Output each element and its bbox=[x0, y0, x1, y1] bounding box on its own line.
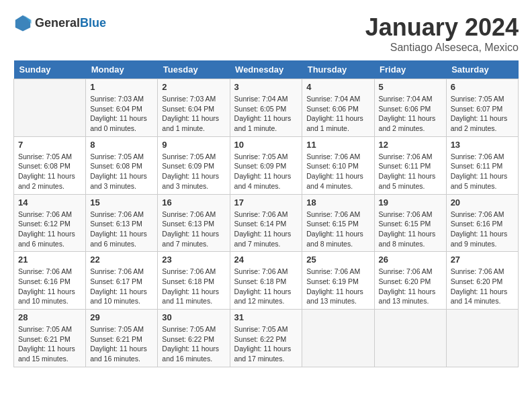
calendar-cell bbox=[14, 79, 86, 137]
day-number: 9 bbox=[162, 140, 225, 150]
day-info: Sunrise: 7:05 AMSunset: 6:08 PMDaylight:… bbox=[90, 152, 153, 191]
logo-text-general: General bbox=[35, 16, 80, 30]
svg-marker-0 bbox=[15, 15, 30, 32]
day-info: Sunrise: 7:06 AMSunset: 6:16 PMDaylight:… bbox=[451, 210, 514, 249]
day-info: Sunrise: 7:03 AMSunset: 6:04 PMDaylight:… bbox=[90, 94, 153, 134]
day-number: 28 bbox=[18, 312, 81, 322]
day-number: 1 bbox=[90, 82, 153, 92]
calendar-cell: 23Sunrise: 7:06 AMSunset: 6:18 PMDayligh… bbox=[158, 252, 230, 310]
calendar-cell: 20Sunrise: 7:06 AMSunset: 6:16 PMDayligh… bbox=[446, 194, 518, 252]
calendar-cell: 27Sunrise: 7:06 AMSunset: 6:20 PMDayligh… bbox=[446, 252, 518, 310]
day-number: 13 bbox=[451, 140, 514, 150]
calendar-week-row: 21Sunrise: 7:06 AMSunset: 6:16 PMDayligh… bbox=[14, 252, 519, 310]
day-info: Sunrise: 7:06 AMSunset: 6:13 PMDaylight:… bbox=[162, 210, 225, 249]
logo: GeneralBlue bbox=[13, 13, 106, 32]
calendar-cell: 31Sunrise: 7:05 AMSunset: 6:22 PMDayligh… bbox=[230, 310, 302, 367]
day-info: Sunrise: 7:05 AMSunset: 6:07 PMDaylight:… bbox=[451, 94, 514, 134]
calendar-week-row: 14Sunrise: 7:06 AMSunset: 6:12 PMDayligh… bbox=[14, 194, 519, 252]
day-info: Sunrise: 7:06 AMSunset: 6:20 PMDaylight:… bbox=[379, 267, 442, 306]
calendar-cell: 1Sunrise: 7:03 AMSunset: 6:04 PMDaylight… bbox=[86, 79, 158, 137]
calendar-cell: 30Sunrise: 7:05 AMSunset: 6:22 PMDayligh… bbox=[158, 310, 230, 367]
calendar-cell: 15Sunrise: 7:06 AMSunset: 6:13 PMDayligh… bbox=[86, 194, 158, 252]
calendar-subtitle: Santiago Alseseca, Mexico bbox=[365, 42, 519, 54]
day-number: 17 bbox=[234, 197, 298, 208]
day-number: 4 bbox=[306, 82, 369, 92]
day-info: Sunrise: 7:05 AMSunset: 6:21 PMDaylight:… bbox=[18, 324, 81, 364]
calendar-cell: 5Sunrise: 7:04 AMSunset: 6:06 PMDaylight… bbox=[374, 79, 446, 137]
calendar-cell bbox=[302, 310, 374, 367]
logo-icon bbox=[13, 13, 32, 32]
calendar-cell: 17Sunrise: 7:06 AMSunset: 6:14 PMDayligh… bbox=[230, 194, 302, 252]
day-number: 14 bbox=[18, 197, 81, 208]
day-info: Sunrise: 7:06 AMSunset: 6:19 PMDaylight:… bbox=[306, 267, 369, 306]
day-number: 18 bbox=[306, 197, 369, 208]
day-number: 6 bbox=[451, 82, 514, 92]
day-info: Sunrise: 7:06 AMSunset: 6:18 PMDaylight:… bbox=[162, 267, 225, 306]
header-day-saturday: Saturday bbox=[446, 60, 518, 79]
day-number: 11 bbox=[306, 140, 369, 150]
calendar-cell: 13Sunrise: 7:06 AMSunset: 6:11 PMDayligh… bbox=[446, 136, 518, 194]
day-number: 21 bbox=[18, 255, 81, 265]
calendar-cell: 18Sunrise: 7:06 AMSunset: 6:15 PMDayligh… bbox=[302, 194, 374, 252]
day-number: 10 bbox=[234, 140, 298, 150]
day-number: 2 bbox=[162, 82, 225, 92]
day-info: Sunrise: 7:06 AMSunset: 6:10 PMDaylight:… bbox=[306, 152, 369, 191]
calendar-week-row: 28Sunrise: 7:05 AMSunset: 6:21 PMDayligh… bbox=[14, 310, 519, 367]
day-info: Sunrise: 7:06 AMSunset: 6:16 PMDaylight:… bbox=[18, 267, 81, 306]
day-number: 16 bbox=[162, 197, 225, 208]
day-info: Sunrise: 7:06 AMSunset: 6:20 PMDaylight:… bbox=[451, 267, 514, 306]
day-number: 7 bbox=[18, 140, 81, 150]
calendar-cell: 14Sunrise: 7:06 AMSunset: 6:12 PMDayligh… bbox=[14, 194, 86, 252]
day-number: 29 bbox=[90, 312, 153, 322]
day-info: Sunrise: 7:06 AMSunset: 6:14 PMDaylight:… bbox=[234, 210, 298, 249]
day-number: 15 bbox=[90, 197, 153, 208]
calendar-table: SundayMondayTuesdayWednesdayThursdayFrid… bbox=[13, 60, 519, 367]
calendar-week-row: 7Sunrise: 7:05 AMSunset: 6:08 PMDaylight… bbox=[14, 136, 519, 194]
header-day-monday: Monday bbox=[86, 60, 158, 79]
day-info: Sunrise: 7:06 AMSunset: 6:11 PMDaylight:… bbox=[451, 152, 514, 191]
calendar-cell: 29Sunrise: 7:05 AMSunset: 6:21 PMDayligh… bbox=[86, 310, 158, 367]
calendar-cell: 16Sunrise: 7:06 AMSunset: 6:13 PMDayligh… bbox=[158, 194, 230, 252]
day-number: 20 bbox=[451, 197, 514, 208]
day-number: 19 bbox=[379, 197, 442, 208]
calendar-cell: 21Sunrise: 7:06 AMSunset: 6:16 PMDayligh… bbox=[14, 252, 86, 310]
calendar-cell: 25Sunrise: 7:06 AMSunset: 6:19 PMDayligh… bbox=[302, 252, 374, 310]
calendar-header-row: SundayMondayTuesdayWednesdayThursdayFrid… bbox=[14, 60, 519, 79]
calendar-cell: 7Sunrise: 7:05 AMSunset: 6:08 PMDaylight… bbox=[14, 136, 86, 194]
day-number: 12 bbox=[379, 140, 442, 150]
calendar-cell: 24Sunrise: 7:06 AMSunset: 6:18 PMDayligh… bbox=[230, 252, 302, 310]
day-info: Sunrise: 7:04 AMSunset: 6:05 PMDaylight:… bbox=[234, 94, 298, 134]
day-info: Sunrise: 7:04 AMSunset: 6:06 PMDaylight:… bbox=[379, 94, 442, 134]
header-day-friday: Friday bbox=[374, 60, 446, 79]
calendar-cell: 19Sunrise: 7:06 AMSunset: 6:15 PMDayligh… bbox=[374, 194, 446, 252]
day-number: 24 bbox=[234, 255, 298, 265]
day-info: Sunrise: 7:06 AMSunset: 6:17 PMDaylight:… bbox=[90, 267, 153, 306]
calendar-cell: 26Sunrise: 7:06 AMSunset: 6:20 PMDayligh… bbox=[374, 252, 446, 310]
day-info: Sunrise: 7:05 AMSunset: 6:21 PMDaylight:… bbox=[90, 324, 153, 364]
day-info: Sunrise: 7:05 AMSunset: 6:08 PMDaylight:… bbox=[18, 152, 81, 191]
day-info: Sunrise: 7:06 AMSunset: 6:18 PMDaylight:… bbox=[234, 267, 298, 306]
day-number: 3 bbox=[234, 82, 298, 92]
calendar-cell: 4Sunrise: 7:04 AMSunset: 6:06 PMDaylight… bbox=[302, 79, 374, 137]
header-day-tuesday: Tuesday bbox=[158, 60, 230, 79]
day-number: 5 bbox=[379, 82, 442, 92]
day-number: 30 bbox=[162, 312, 225, 322]
calendar-title: January 2024 bbox=[365, 13, 519, 42]
day-info: Sunrise: 7:06 AMSunset: 6:12 PMDaylight:… bbox=[18, 210, 81, 249]
day-number: 23 bbox=[162, 255, 225, 265]
day-info: Sunrise: 7:06 AMSunset: 6:13 PMDaylight:… bbox=[90, 210, 153, 249]
day-info: Sunrise: 7:06 AMSunset: 6:15 PMDaylight:… bbox=[379, 210, 442, 249]
day-info: Sunrise: 7:06 AMSunset: 6:15 PMDaylight:… bbox=[306, 210, 369, 249]
calendar-cell: 11Sunrise: 7:06 AMSunset: 6:10 PMDayligh… bbox=[302, 136, 374, 194]
day-info: Sunrise: 7:04 AMSunset: 6:06 PMDaylight:… bbox=[306, 94, 369, 134]
header-day-thursday: Thursday bbox=[302, 60, 374, 79]
calendar-cell: 12Sunrise: 7:06 AMSunset: 6:11 PMDayligh… bbox=[374, 136, 446, 194]
calendar-cell bbox=[374, 310, 446, 367]
day-number: 25 bbox=[306, 255, 369, 265]
day-info: Sunrise: 7:05 AMSunset: 6:09 PMDaylight:… bbox=[162, 152, 225, 191]
calendar-cell: 28Sunrise: 7:05 AMSunset: 6:21 PMDayligh… bbox=[14, 310, 86, 367]
day-number: 31 bbox=[234, 312, 298, 322]
day-info: Sunrise: 7:05 AMSunset: 6:09 PMDaylight:… bbox=[234, 152, 298, 191]
calendar-cell: 2Sunrise: 7:03 AMSunset: 6:04 PMDaylight… bbox=[158, 79, 230, 137]
calendar-cell bbox=[446, 310, 518, 367]
